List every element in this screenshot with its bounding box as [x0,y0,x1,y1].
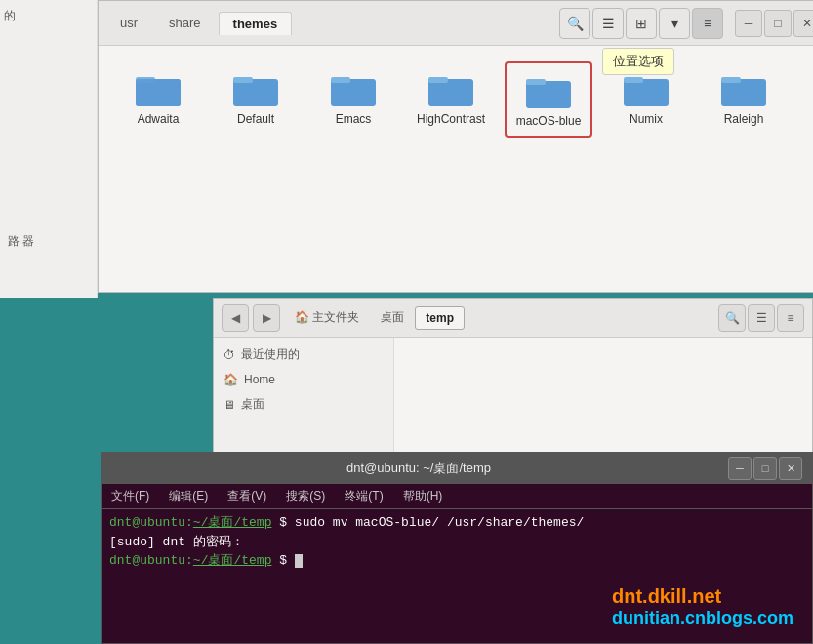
folder-raleigh-icon [720,69,767,108]
fm2-list-icon: ☰ [756,311,767,325]
fm2-home-icon: 🏠 [224,373,238,386]
fm2-recent[interactable]: ⏱ 最近使用的 [214,342,393,368]
maximize-button[interactable]: □ [764,10,792,37]
terminal-titlebar: dnt@ubuntu: ~/桌面/temp ─ □ ✕ [102,453,812,484]
breadcrumb: 🏠 主文件夹 桌面 temp [284,304,714,331]
folder-emacs-icon [330,69,377,108]
prompt-1: dnt@ubuntu: [109,515,193,530]
fm2-home-label: Home [244,373,275,386]
minimize-button[interactable]: ─ [735,10,762,37]
terminal-maximize[interactable]: □ [753,457,777,480]
folder-macos-blue-label: macOS-blue [516,114,582,128]
menu-search[interactable]: 搜索(S) [282,486,329,506]
svg-rect-5 [331,79,376,106]
folder-raleigh-label: Raleigh [724,112,764,126]
grid-view-button[interactable]: ⊞ [626,8,657,39]
term-text-2: [sudo] dnt 的密码： [109,535,244,549]
folder-adwaita-icon [135,69,182,108]
file-manager-titlebar: usr share themes 🔍 ☰ ⊞ ▾ ≡ ─ □ ✕ [99,1,813,46]
fm2-sidebar: ⏱ 最近使用的 🏠 Home 🖥 桌面 [214,338,394,458]
crumb-home[interactable]: 🏠 主文件夹 [284,304,370,331]
svg-rect-12 [624,77,643,83]
list-view-button[interactable]: ☰ [592,8,624,39]
menu-terminal[interactable]: 终端(T) [341,486,386,506]
folder-emacs[interactable]: Emacs [309,61,397,138]
terminal-line-2: [sudo] dnt 的密码： [109,533,804,552]
sidebar-text-1: 的 [0,0,97,32]
folder-default[interactable]: Default [212,61,300,138]
svg-rect-14 [721,77,741,83]
folder-highcontrast[interactable]: HighContrast [407,61,495,138]
terminal-line-1: dnt@ubuntu:~/桌面/temp $ sudo mv macOS-blu… [109,513,804,533]
cmd-1: $ sudo mv macOS-blue/ /usr/share/themes/ [271,515,584,530]
sidebar-network: 路 器 [0,227,97,256]
folder-default-icon [232,69,279,108]
tab-usr[interactable]: usr [106,12,151,34]
svg-rect-8 [428,77,448,83]
folder-raleigh[interactable]: Raleigh [700,61,788,138]
back-button[interactable]: ◀ [222,304,249,332]
watermark-line1: dnt.dkill.net [612,585,793,608]
path-3: ~/桌面/temp [193,553,272,568]
tab-themes[interactable]: themes [219,12,293,35]
svg-rect-3 [233,79,278,106]
crumb-desktop[interactable]: 桌面 [370,304,415,331]
svg-rect-2 [136,79,181,106]
svg-rect-7 [428,79,473,106]
fm2-desktop-label: 桌面 [241,396,264,413]
fm2-titlebar: ◀ ▶ 🏠 主文件夹 桌面 temp 🔍 ☰ ≡ [214,299,812,338]
prompt-3: dnt@ubuntu: [109,553,193,568]
fm2-body: ⏱ 最近使用的 🏠 Home 🖥 桌面 [214,338,812,458]
dropdown-icon: ▾ [671,16,678,31]
svg-rect-6 [331,77,350,83]
tab-share[interactable]: share [155,12,215,34]
list-view-icon: ☰ [602,16,615,31]
fm2-home[interactable]: 🏠 Home [214,368,393,391]
terminal-minimize[interactable]: ─ [728,457,752,480]
file-manager-2-window: ◀ ▶ 🏠 主文件夹 桌面 temp 🔍 ☰ ≡ ⏱ 最近使用的 [213,298,813,459]
fm2-list-view-button[interactable]: ☰ [748,304,775,332]
dropdown-button[interactable]: ▾ [659,8,690,39]
terminal-title: dnt@ubuntu: ~/桌面/temp [111,460,726,477]
folder-macos-blue-icon [525,71,572,110]
fm2-content [394,338,812,458]
menu-icon: ≡ [704,16,711,31]
close-button[interactable]: ✕ [793,10,813,37]
fm2-recent-label: 最近使用的 [241,346,300,363]
folder-adwaita[interactable]: Adwaita [114,61,202,138]
menu-edit[interactable]: 编辑(E) [165,486,212,506]
fm2-menu-button[interactable]: ≡ [777,304,804,332]
folder-emacs-label: Emacs [336,112,372,126]
fm2-search-button[interactable]: 🔍 [718,304,746,332]
folder-adwaita-label: Adwaita [138,112,180,126]
grid-view-icon: ⊞ [635,16,647,31]
folder-highcontrast-icon [427,69,474,108]
fm2-desktop-icon: 🖥 [224,398,235,412]
fm2-recent-icon: ⏱ [224,348,235,362]
fm2-desktop[interactable]: 🖥 桌面 [214,391,393,418]
cursor [295,554,303,568]
menu-help[interactable]: 帮助(H) [399,486,447,506]
file-manager-window: usr share themes 🔍 ☰ ⊞ ▾ ≡ ─ □ ✕ [98,0,813,293]
search-icon: 🔍 [567,16,584,31]
menu-button[interactable]: ≡ [692,8,723,39]
forward-button[interactable]: ▶ [253,304,280,332]
menu-file[interactable]: 文件(F) [107,486,153,506]
terminal-close[interactable]: ✕ [779,457,802,480]
svg-rect-9 [526,81,571,108]
fm2-toolbar-right: 🔍 ☰ ≡ [718,304,804,332]
location-options-tooltip: 位置选项 [602,48,674,75]
menu-view[interactable]: 查看(V) [224,486,270,506]
cmd-3: $ [271,553,294,568]
file-manager-content: Adwaita Default [99,46,813,292]
watermark-line2: dunitian.cnblogs.com [612,608,793,628]
left-sidebar: 的 路 器 [0,0,98,298]
terminal-menubar: 文件(F) 编辑(E) 查看(V) 搜索(S) 终端(T) 帮助(H) [102,484,812,509]
crumb-temp[interactable]: temp [415,306,465,330]
folder-macos-blue[interactable]: macOS-blue [505,61,592,138]
search-button[interactable]: 🔍 [559,8,590,39]
folder-numix-label: Numix [630,112,663,126]
svg-rect-11 [624,79,669,106]
watermark: dnt.dkill.net dunitian.cnblogs.com [612,585,793,628]
file-manager-body: Adwaita Default [99,46,813,292]
